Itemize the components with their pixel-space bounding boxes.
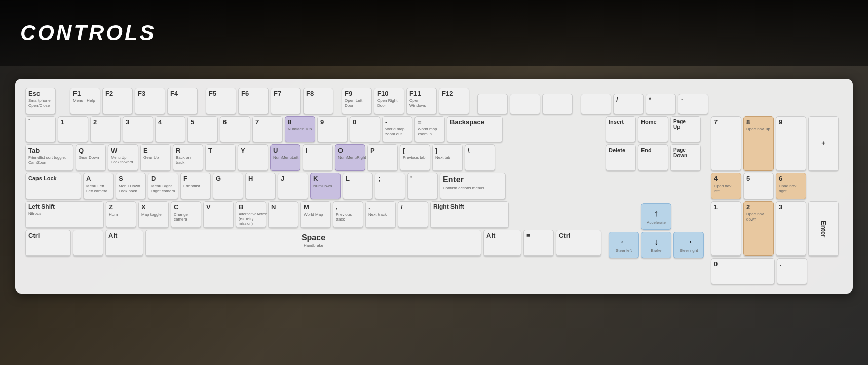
key-rshift[interactable]: Right Shift	[430, 201, 509, 228]
key-f7[interactable]: F7	[271, 88, 301, 114]
key-num3[interactable]: 3	[776, 201, 806, 256]
key-p[interactable]: P	[367, 144, 398, 171]
key-ctrl-l[interactable]: Ctrl	[25, 230, 71, 256]
key-num-star[interactable]: *	[646, 94, 676, 114]
key-num4[interactable]: 4 Dpad nav. left	[711, 173, 741, 199]
key-comma[interactable]: , Previous track	[333, 201, 363, 228]
key-num0[interactable]: 0	[711, 258, 775, 284]
key-tab[interactable]: Tab Friendlist sort toggle, CamZoom	[25, 144, 73, 171]
key-c[interactable]: C Change camera	[171, 201, 201, 228]
key-s[interactable]: S Menu Down Look back	[116, 173, 146, 199]
key-pause[interactable]	[542, 94, 573, 114]
key-f3[interactable]: F3	[135, 88, 165, 114]
key-num6[interactable]: 6 Dpad nav. right	[776, 173, 806, 199]
key-num5[interactable]: 5	[743, 173, 774, 199]
key-l[interactable]: L	[343, 173, 373, 199]
key-num1[interactable]: 1	[711, 201, 741, 256]
key-lshift[interactable]: Left Shift Nitrous	[25, 201, 104, 228]
key-g[interactable]: G	[213, 173, 243, 199]
key-h[interactable]: H	[245, 173, 276, 199]
key-rbracket[interactable]: ] Next tab	[432, 144, 463, 171]
key-a[interactable]: A Menu Left Left camera	[83, 173, 114, 199]
key-num8[interactable]: 8 Dpad nav. up	[743, 116, 774, 171]
key-arrow-up[interactable]: ↑ Accelerate	[641, 203, 671, 230]
key-numplus[interactable]: +	[808, 116, 839, 171]
key-f11[interactable]: F11 Open Windows	[406, 88, 437, 114]
key-2[interactable]: 2	[90, 116, 121, 142]
key-backslash[interactable]: \	[465, 144, 495, 171]
key-win-l[interactable]	[73, 230, 103, 256]
key-d[interactable]: D Menu Right Right camera	[148, 173, 178, 199]
key-num-enter[interactable]: Enter	[808, 201, 839, 256]
key-equals[interactable]: = World map zoom in	[414, 116, 445, 142]
key-ctrl-r[interactable]: Ctrl	[556, 230, 601, 256]
key-f6[interactable]: F6	[238, 88, 269, 114]
key-num-minus[interactable]: -	[678, 94, 708, 114]
key-8-nummenuup[interactable]: 8 NumMenuUp	[285, 116, 315, 142]
key-f10[interactable]: F10 Open Right Door	[374, 88, 404, 114]
key-quote[interactable]: '	[407, 173, 438, 199]
key-lbracket[interactable]: [ Previous tab	[400, 144, 430, 171]
key-alt-l[interactable]: Alt	[105, 230, 143, 256]
key-j[interactable]: J	[278, 173, 308, 199]
key-num2[interactable]: 2 Dpad nav. down	[743, 201, 774, 256]
key-0[interactable]: 0	[350, 116, 380, 142]
key-t[interactable]: T	[205, 144, 236, 171]
key-9[interactable]: 9	[317, 116, 348, 142]
key-enter[interactable]: Enter Confirm actions menus	[440, 173, 506, 199]
key-f8[interactable]: F8	[303, 88, 333, 114]
key-y[interactable]: Y	[238, 144, 268, 171]
key-7[interactable]: 7	[252, 116, 283, 142]
key-f12[interactable]: F12	[439, 88, 469, 114]
key-f4[interactable]: F4	[167, 88, 198, 114]
key-z[interactable]: Z Horn	[106, 201, 136, 228]
key-4[interactable]: 4	[155, 116, 185, 142]
key-n[interactable]: N	[268, 201, 298, 228]
key-arrow-left[interactable]: ← Steer left	[609, 232, 639, 258]
key-f1[interactable]: F1 Menu - Help	[70, 88, 100, 114]
key-pagedown[interactable]: Page Down	[670, 144, 701, 171]
key-num-slash[interactable]: /	[613, 94, 644, 114]
key-f2[interactable]: F2	[102, 88, 133, 114]
key-e[interactable]: E Gear Up	[140, 144, 171, 171]
key-period[interactable]: . Next track	[365, 201, 396, 228]
key-k-numdown[interactable]: K NumDown	[310, 173, 341, 199]
key-f9[interactable]: F9 Open Left Door	[342, 88, 372, 114]
key-home[interactable]: Home	[638, 116, 668, 142]
key-v[interactable]: V	[203, 201, 234, 228]
key-capslock[interactable]: Caps Lock	[25, 173, 81, 199]
key-slash[interactable]: /	[398, 201, 428, 228]
key-scroll[interactable]	[510, 94, 540, 114]
key-insert[interactable]: Insert	[606, 116, 636, 142]
key-r[interactable]: R Back on track	[173, 144, 203, 171]
key-f[interactable]: F Friendlist	[180, 173, 211, 199]
key-esc[interactable]: Esc Smartphone Open/Close	[25, 88, 56, 114]
key-num-lock[interactable]	[581, 94, 611, 114]
key-end[interactable]: End	[638, 144, 668, 171]
key-u-nummenu[interactable]: U NumMenuLeft	[270, 144, 300, 171]
key-5[interactable]: 5	[187, 116, 218, 142]
key-backspace[interactable]: Backspace	[447, 116, 503, 142]
key-i[interactable]: I	[303, 144, 333, 171]
key-space[interactable]: Space Handbrake	[145, 230, 481, 256]
key-x[interactable]: X Map toggle	[138, 201, 169, 228]
key-3[interactable]: 3	[123, 116, 153, 142]
key-arrow-down[interactable]: ↓ Brake	[641, 232, 671, 258]
key-delete[interactable]: Delete	[606, 144, 636, 171]
key-alt-r[interactable]: Alt	[483, 230, 521, 256]
key-w[interactable]: W Menu Up Look forward	[108, 144, 138, 171]
key-f5[interactable]: F5	[206, 88, 236, 114]
key-arrow-right[interactable]: → Steer right	[673, 232, 704, 258]
key-minus[interactable]: - World map zoom out	[382, 116, 412, 142]
key-1[interactable]: 1	[58, 116, 88, 142]
key-prtsc[interactable]	[477, 94, 508, 114]
key-q[interactable]: Q Gear Down	[76, 144, 106, 171]
key-pageup[interactable]: Page Up	[670, 116, 701, 142]
key-grave[interactable]: `	[25, 116, 56, 142]
key-6[interactable]: 6	[220, 116, 250, 142]
key-num7[interactable]: 7	[711, 116, 741, 171]
key-b[interactable]: B AlternativeAction (ex: retry mission)	[236, 201, 266, 228]
key-semicolon[interactable]: ;	[375, 173, 405, 199]
key-num9[interactable]: 9	[776, 116, 806, 171]
key-m[interactable]: M World Map	[300, 201, 331, 228]
